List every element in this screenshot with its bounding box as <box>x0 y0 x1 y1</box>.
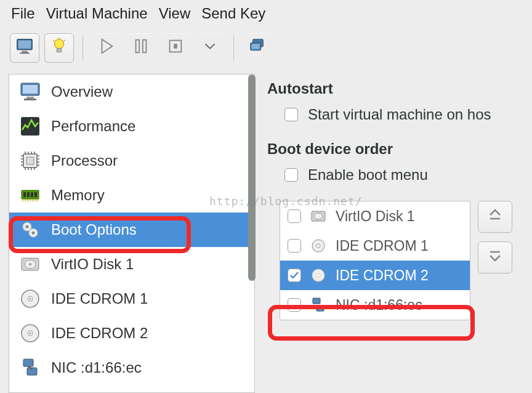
boot-device-label: VirtIO Disk 1 <box>336 208 415 225</box>
sidebar-item-ide-cdrom-1[interactable]: IDE CDROM 1 <box>9 282 254 316</box>
menu-file[interactable]: File <box>11 5 35 22</box>
move-up-button[interactable] <box>478 201 512 233</box>
snapshots-button[interactable] <box>243 33 272 63</box>
pause-button[interactable] <box>126 33 156 63</box>
run-button[interactable] <box>92 33 121 63</box>
sidebar-item-ide-cdrom-2[interactable]: IDE CDROM 2 <box>9 316 254 350</box>
shutdown-dropdown[interactable] <box>195 33 225 63</box>
sidebar-item-label: Overview <box>51 83 113 100</box>
menu-virtual-machine[interactable]: Virtual Machine <box>46 5 148 22</box>
cdrom-icon <box>18 321 42 346</box>
autostart-label: Start virtual machine on hos <box>308 106 491 123</box>
details-button[interactable] <box>44 33 74 63</box>
menu-send-key[interactable]: Send Key <box>201 5 265 22</box>
boot-checkbox[interactable] <box>288 298 301 312</box>
svg-rect-18 <box>23 85 38 94</box>
boot-device-label: IDE CDROM 2 <box>336 267 429 284</box>
sidebar-scrollbar[interactable] <box>248 75 256 392</box>
svg-point-61 <box>30 298 31 300</box>
svg-point-69 <box>314 213 323 219</box>
boot-row-nic[interactable]: NIC :d1:66:ec <box>280 290 470 320</box>
sidebar-item-label: IDE CDROM 2 <box>51 325 148 342</box>
svg-rect-16 <box>252 44 260 49</box>
svg-point-4 <box>55 39 64 49</box>
svg-rect-44 <box>34 192 37 197</box>
sidebar-item-label: VirtIO Disk 1 <box>51 256 134 273</box>
svg-rect-65 <box>23 359 33 367</box>
sidebar-item-virtio-disk[interactable]: VirtIO Disk 1 <box>9 247 254 282</box>
boot-device-label: NIC :d1:66:ec <box>336 297 422 314</box>
sidebar-item-overview[interactable]: Overview <box>9 75 254 109</box>
sidebar-item-label: Performance <box>51 118 135 135</box>
svg-rect-20 <box>24 99 36 100</box>
cdrom-icon <box>18 286 42 311</box>
sidebar-list: Overview Performance Processor Memory <box>9 75 254 385</box>
svg-point-73 <box>316 273 320 277</box>
sidebar-item-label: NIC :d1:66:ec <box>51 359 142 376</box>
boot-row-ide-cdrom-2[interactable]: IDE CDROM 2 <box>280 261 470 290</box>
boot-order-arrows <box>478 201 512 273</box>
boot-checkbox[interactable] <box>288 209 301 223</box>
boot-row-ide-cdrom-1[interactable]: IDE CDROM 1 <box>280 231 470 261</box>
sidebar-item-nic[interactable]: NIC :d1:66:ec <box>9 350 254 385</box>
monitor-icon <box>15 37 34 59</box>
svg-point-64 <box>30 333 31 334</box>
menu-view[interactable]: View <box>159 5 191 22</box>
scrollbar-thumb[interactable] <box>248 75 256 281</box>
disk-icon <box>310 208 327 225</box>
toolbar-separator <box>83 36 83 60</box>
autostart-row: Start virtual machine on hos <box>284 106 521 123</box>
svg-point-55 <box>32 232 35 235</box>
pause-icon <box>132 37 150 59</box>
hardware-sidebar: Overview Performance Processor Memory <box>9 74 255 393</box>
autostart-checkbox[interactable] <box>284 108 298 121</box>
arrow-down-icon <box>486 247 504 268</box>
boot-device-list: VirtIO Disk 1 IDE CDROM 1 <box>280 201 470 320</box>
boot-checkbox[interactable] <box>288 239 301 253</box>
screens-icon <box>248 37 267 59</box>
console-button[interactable] <box>10 33 39 63</box>
svg-rect-2 <box>22 51 27 53</box>
sidebar-item-performance[interactable]: Performance <box>9 109 254 144</box>
svg-rect-13 <box>174 44 177 49</box>
svg-rect-74 <box>313 298 320 304</box>
chevron-down-icon <box>201 37 219 59</box>
shutdown-button[interactable] <box>161 33 190 63</box>
svg-point-54 <box>26 225 29 229</box>
toolbar <box>0 27 532 74</box>
sidebar-item-label: Boot Options <box>51 221 137 238</box>
detail-pane: Autostart Start virtual machine on hos B… <box>265 74 523 393</box>
boot-device-label: IDE CDROM 1 <box>336 238 429 254</box>
bootorder-heading: Boot device order <box>267 140 521 158</box>
svg-point-71 <box>316 244 320 248</box>
svg-rect-75 <box>316 306 324 311</box>
svg-rect-5 <box>57 49 62 52</box>
sidebar-item-label: Processor <box>51 152 118 169</box>
sidebar-item-processor[interactable]: Processor <box>9 144 254 178</box>
svg-rect-42 <box>27 192 30 197</box>
svg-rect-19 <box>26 97 34 99</box>
sidebar-item-label: IDE CDROM 1 <box>51 290 148 307</box>
boot-checkbox[interactable] <box>288 269 301 282</box>
svg-point-58 <box>29 263 31 265</box>
sidebar-item-boot-options[interactable]: Boot Options <box>9 213 254 247</box>
svg-rect-23 <box>26 157 34 164</box>
move-down-button[interactable] <box>478 241 512 273</box>
gears-icon <box>18 217 42 242</box>
svg-rect-3 <box>20 52 30 54</box>
svg-rect-1 <box>18 41 31 49</box>
svg-rect-41 <box>23 192 26 197</box>
enable-bootmenu-checkbox[interactable] <box>284 168 298 182</box>
play-icon <box>97 37 116 59</box>
lightbulb-icon <box>50 37 68 59</box>
svg-rect-11 <box>143 40 147 53</box>
toolbar-separator <box>233 36 234 60</box>
autostart-heading: Autostart <box>267 80 521 97</box>
svg-line-8 <box>64 40 65 41</box>
app-menubar: File Virtual Machine View Send Key <box>0 0 532 27</box>
enable-bootmenu-label: Enable boot menu <box>308 166 428 184</box>
svg-rect-43 <box>31 192 33 197</box>
cpu-icon <box>18 148 42 173</box>
sidebar-item-label: Memory <box>51 187 105 204</box>
svg-marker-9 <box>102 39 113 54</box>
